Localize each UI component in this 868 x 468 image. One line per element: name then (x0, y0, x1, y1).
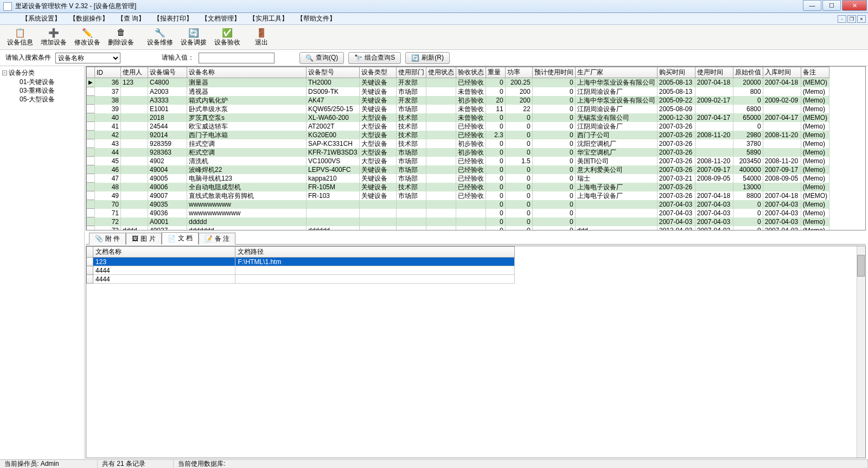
equipment-grid[interactable]: ID使用人设备编号设备名称设备型号设备类型使用部门使用状态验收状态重量功率预计使… (86, 66, 866, 230)
lower-col-1[interactable]: 文档路径 (235, 247, 515, 258)
table-row[interactable]: 37A2003透视器DS009-TK关键设备市场部未曾验收02000江阴周渝设备… (87, 87, 829, 96)
tree-item-2[interactable]: 05-大型设备 (2, 95, 82, 104)
col-buy[interactable]: 购买时间 (657, 67, 695, 78)
mdi-close[interactable]: × (857, 15, 866, 23)
refresh-icon: 🔄 (411, 54, 419, 62)
table-row[interactable]: 72A0001ddddd0002007-04-032007-04-0302007… (87, 217, 829, 226)
table-row[interactable]: ▶36123C4800测量器TH2000关键设备开发部已经验收0200.250上… (87, 78, 829, 87)
col-user[interactable]: 使用人 (121, 67, 148, 78)
search-label: 请输入搜索条件 (5, 53, 51, 62)
tool-3[interactable]: 🗑删除设备 (104, 26, 138, 49)
mdi-restore[interactable]: ❐ (847, 15, 856, 23)
tool-label: 退出 (255, 38, 268, 47)
col-est[interactable]: 预计使用时间 (532, 67, 575, 78)
col-wt[interactable]: 重量 (486, 67, 505, 78)
table-row[interactable]: 4124544欧宝威达轿车AT2002T大型设备技术部已经验收000江阴周渝设备… (87, 122, 829, 131)
menu-item-0[interactable]: 【系统设置】 (18, 13, 64, 24)
menu-item-6[interactable]: 【帮助文件】 (293, 13, 339, 24)
col-use[interactable]: 使用时间 (695, 67, 733, 78)
col-mfr[interactable]: 生产厂家 (575, 67, 657, 78)
maximize-button[interactable]: ☐ (822, 0, 841, 11)
close-button[interactable]: ✕ (842, 0, 867, 11)
table-row[interactable]: 73dddd49037ddddddddddddd000ddd2012-04-03… (87, 226, 829, 231)
tree-root[interactable]: − 设备分类 (2, 68, 82, 78)
tool-6[interactable]: 🔄设备调拨 (177, 26, 210, 49)
status-count: 共有 21 条记录 (98, 460, 174, 468)
table-row[interactable]: 7149036wwwwwwwwwww0002007-04-032007-04-0… (87, 209, 829, 217)
doc-row[interactable]: ▶123F:\HTML\1.htm (87, 258, 515, 266)
table-row[interactable]: 7049035wwwwwwwww0002007-04-032007-04-030… (87, 200, 829, 209)
status-db: 当前使用数据库: (174, 460, 868, 468)
menu-item-2[interactable]: 【查 询】 (114, 13, 148, 24)
table-row[interactable]: 43928359挂式空调SAP-KC331CH大型设备技术部初步验收000沈阳空… (87, 139, 829, 148)
tool-icon: ✏️ (81, 28, 94, 38)
menu-item-4[interactable]: 【文档管理】 (198, 13, 244, 24)
tool-label: 增加设备 (41, 38, 67, 47)
tool-1[interactable]: ➕增加设备 (37, 26, 71, 49)
col-dept[interactable]: 使用部门 (396, 67, 426, 78)
query-button[interactable]: 🔍查询(Q) (299, 52, 344, 64)
col-astat[interactable]: 验收状态 (456, 67, 486, 78)
tab-icon: 📄 (168, 235, 176, 242)
tree-item-0[interactable]: 01-关键设备 (2, 78, 82, 86)
search-input[interactable] (199, 53, 275, 63)
search-value-label: 请输入值： (162, 53, 194, 62)
table-row[interactable]: 38A3333箱式内氧化炉AK47关键设备开发部初步验收202000上海中华泵业… (87, 96, 829, 105)
table-row[interactable]: 4749005电脑寻线机123kappa210关键设备市场部已经验收000瑞士2… (87, 174, 829, 183)
tree-item-1[interactable]: 03-重稀设备 (2, 86, 82, 95)
tool-icon: ✅ (221, 28, 234, 38)
col-memo[interactable]: 备注 (801, 67, 829, 78)
tool-2[interactable]: ✏️修改设备 (71, 26, 104, 49)
col-type[interactable]: 设备类型 (359, 67, 396, 78)
document-grid[interactable]: 文档名称文档路径▶123F:\HTML\1.htm44444444 (86, 246, 866, 458)
mdi-minimize[interactable]: - (838, 15, 846, 23)
tab-2[interactable]: 📄文 档 (162, 232, 199, 245)
tool-label: 修改设备 (74, 38, 100, 47)
col-id[interactable]: ID (95, 67, 121, 78)
mdi-controls: - ❐ × (838, 15, 868, 23)
table-row[interactable]: 44928363柜式空调KFR-71WB3SD3大型设备市场部初步验收000华宝… (87, 148, 829, 157)
tool-icon: ➕ (47, 28, 60, 38)
minimize-button[interactable]: — (803, 0, 821, 11)
binoculars-icon: 🔭 (354, 54, 362, 62)
table-row[interactable]: 39E1001卧式单级水泵KQW65/250-15关键设备市场部未曾验收1122… (87, 105, 829, 113)
menu-item-1[interactable]: 【数据操作】 (66, 13, 112, 24)
tool-7[interactable]: ✅设备验收 (210, 26, 244, 49)
status-bar: 当前操作员: Admin 共有 21 条记录 当前使用数据库: (0, 459, 868, 468)
toolbar: 📋设备信息➕增加设备✏️修改设备🗑删除设备🔧设备维修🔄设备调拨✅设备验收🚪退出 (0, 25, 868, 50)
doc-row[interactable]: 4444 (87, 275, 515, 284)
menu-item-3[interactable]: 【报表打印】 (150, 13, 196, 24)
tool-5[interactable]: 🔧设备维修 (143, 26, 177, 49)
tab-1[interactable]: 🖼图 片 (126, 233, 161, 245)
collapse-icon[interactable]: − (2, 70, 7, 75)
doc-row[interactable]: 4444 (87, 266, 515, 275)
table-row[interactable]: 4849006全自动电阻成型机FR-105M关键设备技术部已经验收000上海电子… (87, 183, 829, 191)
col-ustat[interactable]: 使用状态 (426, 67, 456, 78)
window-title: 里诺设备管理软件 V 2.32 - [设备信息管理] (15, 2, 803, 11)
tool-0[interactable]: 📋设备信息 (3, 26, 37, 49)
col-pw[interactable]: 功率 (505, 67, 532, 78)
table-row[interactable]: 4949007直线式散装电容剪脚机FR-103关键设备市场部已经验收000上海电… (87, 191, 829, 200)
col-model[interactable]: 设备型号 (307, 67, 360, 78)
search-field-select[interactable]: 设备名称 (55, 53, 120, 63)
refresh-button[interactable]: 🔄刷新(R) (405, 52, 450, 64)
table-row[interactable]: 4649004波峰焊机22LEPVS-400FC关键设备市场部已经验收000意大… (87, 165, 829, 174)
title-bar: 里诺设备管理软件 V 2.32 - [设备信息管理] — ☐ ✕ (0, 0, 868, 13)
col-stock[interactable]: 入库时间 (763, 67, 801, 78)
tool-label: 设备验收 (214, 38, 240, 47)
window-controls: — ☐ ✕ (803, 0, 868, 12)
tool-9[interactable]: 🚪退出 (250, 26, 273, 49)
scrollbar[interactable] (857, 246, 865, 458)
col-name[interactable]: 设备名称 (187, 67, 307, 78)
col-code[interactable]: 设备编号 (148, 67, 187, 78)
menu-item-5[interactable]: 【实用工具】 (246, 13, 291, 24)
col-orig[interactable]: 原始价值 (733, 67, 763, 78)
tab-3[interactable]: 📝备 注 (199, 233, 235, 245)
lower-col-0[interactable]: 文档名称 (93, 247, 235, 258)
table-row[interactable]: 4292014西门子电冰箱KG20E00大型设备技术部已经验收2.300西门子公… (87, 131, 829, 139)
app-icon (3, 2, 12, 11)
combine-query-button[interactable]: 🔭组合查询S (348, 52, 401, 64)
tab-0[interactable]: 📎附 件 (89, 233, 126, 245)
table-row[interactable]: 454902清洗机VC1000VS大型设备市场部已经验收01.50美国TI公司2… (87, 157, 829, 165)
table-row[interactable]: 402018罗茨真空泵sXL-WA60-200大型设备技术部未曾验收000无锡泵… (87, 113, 829, 122)
